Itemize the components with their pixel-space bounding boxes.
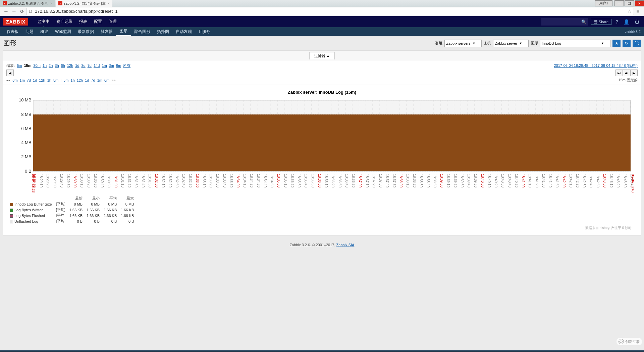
svg-text:18:42:30: 18:42:30 <box>582 174 586 188</box>
nav-fwd-link[interactable]: 1d <box>85 78 89 82</box>
nav-back-link[interactable]: 12h <box>39 78 45 82</box>
close-icon[interactable]: × <box>50 1 52 5</box>
group-select[interactable]: Zabbix servers▼ <box>444 40 482 47</box>
host-label: 主机 <box>484 41 491 46</box>
host-select[interactable]: Zabbix server▼ <box>493 40 529 47</box>
sub-menu-item[interactable]: 图形 <box>116 27 131 36</box>
sub-menu-item[interactable]: 概述 <box>37 27 52 36</box>
svg-text:18:37:00: 18:37:00 <box>358 174 362 188</box>
close-icon[interactable]: × <box>108 1 110 5</box>
top-menu-item[interactable]: 报表 <box>76 16 91 27</box>
sub-menu-item[interactable]: 仪表板 <box>3 27 22 36</box>
nav-fwd-link[interactable]: 1m <box>97 78 102 82</box>
nav-back-link[interactable]: 7d <box>27 78 31 82</box>
share-button[interactable]: ⛓ Share <box>591 19 611 25</box>
group-label: 群组 <box>435 41 442 46</box>
top-menu-item[interactable]: 配置 <box>91 16 105 27</box>
svg-text:18:34:00: 18:34:00 <box>236 174 240 188</box>
time-step-back-button[interactable]: ⏮ <box>615 70 623 76</box>
graph-select[interactable]: InnoDB Log▼ <box>540 40 610 47</box>
graph-label: 图形 <box>531 41 538 46</box>
svg-text:18:39:50: 18:39:50 <box>474 174 477 188</box>
nav-back-link[interactable]: 6m <box>12 78 17 82</box>
chart-footer-note: 数据来自 history. 产生于 0 秒时 <box>9 224 635 232</box>
zoom-link[interactable]: 6h <box>61 63 65 68</box>
nav-back-link[interactable]: 1m <box>20 78 25 82</box>
sub-menu-item[interactable]: 问题 <box>22 27 37 36</box>
maximize-button[interactable]: ❐ <box>625 0 634 6</box>
favorite-button[interactable]: ★ <box>612 40 621 47</box>
zoom-link[interactable]: 12h <box>67 63 73 68</box>
sub-menu-item[interactable]: 自动发现 <box>172 27 195 36</box>
top-menu-item[interactable]: 监测中 <box>34 16 53 27</box>
svg-text:18:40:00: 18:40:00 <box>481 174 484 188</box>
footer-link[interactable]: Zabbix SIA <box>336 243 355 247</box>
sub-menu-item[interactable]: 触发器 <box>97 27 116 36</box>
time-range[interactable]: 2017-06-04 18:28:48 - 2017-06-04 18:43:4… <box>554 63 638 68</box>
zoom-link[interactable]: 2h <box>49 63 53 68</box>
bookmark-icon[interactable]: ☆ <box>628 9 632 14</box>
svg-text:18:42:50: 18:42:50 <box>596 174 600 188</box>
close-window-button[interactable]: ✕ <box>635 0 644 6</box>
back-button[interactable]: ← <box>2 8 10 14</box>
sub-menu-item[interactable]: 拓扑图 <box>154 27 172 36</box>
chrome-user-button[interactable]: 用户1 <box>595 0 612 6</box>
zoom-link[interactable]: 1d <box>75 63 79 68</box>
logo[interactable]: ZABBIX <box>3 18 28 26</box>
search-icon[interactable]: 🔍 <box>581 19 586 24</box>
browser-tab[interactable]: Z zabbix3.2: 配置聚合图形 × <box>0 0 55 7</box>
user-icon[interactable]: 👤 <box>622 19 631 25</box>
sub-menu-item[interactable]: Web监测 <box>52 27 74 36</box>
zoom-link[interactable]: 7d <box>88 63 92 68</box>
nav-fwd-link[interactable]: 6m <box>104 78 109 82</box>
page-footer: Zabbix 3.2.6. © 2001–2017, Zabbix SIA <box>0 238 644 252</box>
time-back-button[interactable]: ◀ <box>6 70 14 76</box>
chart-title: Zabbix server: InnoDB Log (15m) <box>9 90 635 95</box>
minimize-button[interactable]: — <box>614 0 624 6</box>
top-menu-item[interactable]: 管理 <box>105 16 120 27</box>
sub-menu-item[interactable]: 最新数据 <box>74 27 97 36</box>
zoom-link[interactable]: 30m <box>33 63 40 68</box>
nav-fwd-link[interactable]: 7d <box>91 78 95 82</box>
svg-text:18:38:10: 18:38:10 <box>406 174 410 188</box>
time-forward-button[interactable]: ▶ <box>630 70 638 76</box>
forward-button[interactable]: → <box>10 8 18 14</box>
sub-menu-item[interactable]: IT服务 <box>195 27 214 36</box>
main-nav: ZABBIX 监测中资产记录报表配置管理 🔍 ⛓ Share ? 👤 ⏻ <box>0 16 644 27</box>
reload-button[interactable]: ⟳ <box>18 9 26 14</box>
help-icon[interactable]: ? <box>614 19 620 25</box>
zoom-link[interactable]: 3h <box>55 63 59 68</box>
time-step-fwd-button[interactable]: ⏭ <box>623 70 630 76</box>
browser-tab-active[interactable]: Z zabbix3.2: 自定义图表 [章 × <box>56 0 113 7</box>
logout-icon[interactable]: ⏻ <box>633 19 641 25</box>
svg-text:18:41:00: 18:41:00 <box>521 174 525 188</box>
zoom-link[interactable]: 15m <box>24 63 31 68</box>
nav-fwd-link[interactable]: 12h <box>77 78 83 82</box>
svg-text:18:40:30: 18:40:30 <box>501 174 504 188</box>
zoom-link[interactable]: 1m <box>102 63 107 68</box>
nav-back-link[interactable]: 1h <box>47 78 51 82</box>
zoom-link[interactable]: 所有 <box>123 63 130 68</box>
sub-nav: 仪表板问题概述Web监测最新数据触发器图形聚合图形拓扑图自动发现IT服务 zab… <box>0 27 644 36</box>
site-info-icon: 🗋 <box>29 9 33 14</box>
zoom-link[interactable]: 1h <box>43 63 47 68</box>
zoom-link[interactable]: 3m <box>109 63 114 68</box>
address-bar[interactable]: 🗋 172.16.8.200/zabbix/charts.php?ddreset… <box>26 8 634 15</box>
filter-toggle[interactable]: 过滤器 ▲ <box>309 52 335 59</box>
svg-text:18:40:10: 18:40:10 <box>487 174 491 188</box>
zoom-link[interactable]: 3d <box>81 63 85 68</box>
nav-back-link[interactable]: 1d <box>33 78 37 82</box>
nav-fwd-link[interactable]: 5m <box>63 78 68 82</box>
nav-fwd-link[interactable]: 1h <box>71 78 75 82</box>
browser-menu-icon[interactable]: ≡ <box>634 8 642 14</box>
svg-text:18:43:10: 18:43:10 <box>609 174 613 188</box>
svg-text:18:34:20: 18:34:20 <box>250 174 253 188</box>
nav-back-link[interactable]: 5m <box>53 78 58 82</box>
fullscreen-button[interactable]: ⛶ <box>633 40 641 47</box>
top-menu-item[interactable]: 资产记录 <box>53 16 76 27</box>
zoom-link[interactable]: 14d <box>94 63 100 68</box>
refresh-button[interactable]: ⟳ <box>623 40 631 47</box>
zoom-link[interactable]: 6m <box>116 63 121 68</box>
sub-menu-item[interactable]: 聚合图形 <box>131 27 154 36</box>
zoom-link[interactable]: 5m <box>17 63 22 68</box>
